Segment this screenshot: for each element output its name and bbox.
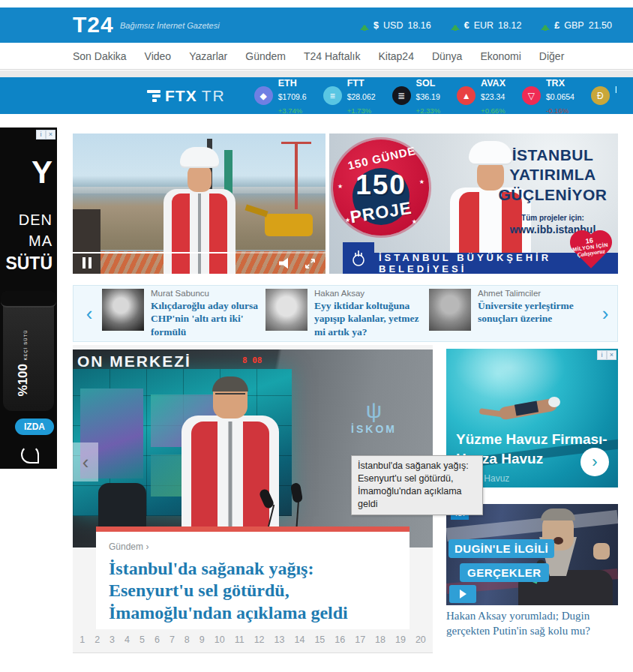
currency-code: GBP — [564, 20, 584, 31]
pagination-number[interactable]: 13 — [274, 634, 285, 645]
currency-symbol: £ — [554, 20, 560, 31]
pagination-number[interactable]: 11 — [235, 634, 244, 645]
dugin-video-card[interactable]: T24 DUGİN'LE İLGİLİ GERÇEKLER — [446, 504, 618, 605]
pagination-number[interactable]: 2 — [94, 634, 100, 645]
ad-choices: i × — [36, 130, 56, 140]
nav-item[interactable]: Gündem — [245, 50, 286, 62]
carousel-prev-icon[interactable]: ‹ — [81, 302, 98, 326]
story-card: Gündem › İstanbul'da sağanak yağış: Esen… — [96, 532, 410, 629]
fullscreen-icon[interactable] — [304, 257, 316, 270]
coin-quote[interactable]: ◆ ETH $1709.6 +3.74% — [254, 77, 307, 114]
coin-quote[interactable]: ≣ SOL $36.19 +2.33% — [392, 77, 441, 114]
nav-item[interactable]: Video — [145, 50, 172, 62]
coin-icon: ≣ — [392, 86, 411, 105]
pagination-number[interactable]: 14 — [294, 634, 304, 645]
ad-headline-line: GÜÇLENİYOR — [494, 185, 612, 205]
story-category[interactable]: Gündem › — [109, 542, 398, 552]
nav-item[interactable]: T24 Haftalık — [304, 50, 360, 62]
nav-item[interactable]: Yazarlar — [189, 50, 227, 62]
pagination-number[interactable]: 5 — [140, 634, 145, 645]
coin-name: DOGE — [615, 85, 616, 95]
pagination-number[interactable]: 4 — [124, 634, 130, 645]
pagination-number[interactable]: 19 — [395, 634, 406, 645]
swim-ad-arrow-button[interactable]: › — [580, 448, 609, 476]
dugin-caption[interactable]: Hakan Aksay yorumladı; Dugin gerçekten P… — [446, 609, 618, 638]
carousel-next-icon[interactable]: › — [597, 302, 614, 326]
dugin-overlay-title: DUGİN'LE İLGİLİ — [448, 539, 554, 558]
ad-goatmilk-label: KEÇİ SÜTÜ — [24, 330, 28, 361]
pagination-number[interactable]: 8 — [184, 634, 190, 645]
nav-item[interactable]: Kitap24 — [378, 50, 413, 62]
author-card[interactable]: Ahmet Talimciler Üniversite yerleştirme … — [429, 289, 592, 339]
ad-info-icon[interactable]: i — [597, 350, 607, 360]
author-article-title[interactable]: Kılıçdaroğlu aday olursa CHP'nin 'altı a… — [151, 299, 266, 339]
author-photo — [429, 289, 471, 331]
story-card-accent — [96, 526, 410, 532]
ad-info-icon[interactable]: i — [36, 130, 46, 140]
left-skyscraper-ad[interactable]: i × Y DEN MA SÜTÜ %100 KEÇİ SÜTÜ IZDA — [0, 128, 57, 469]
video-progress-bar[interactable] — [73, 252, 326, 254]
ad-close-icon[interactable]: × — [607, 350, 616, 360]
coin-price: $28.062 — [347, 92, 376, 101]
story-headline[interactable]: İstanbul'da sağanak yağış: Esenyurt'u se… — [109, 558, 398, 624]
pagination-number[interactable]: 18 — [375, 634, 386, 645]
pagination-number[interactable]: 3 — [110, 634, 115, 645]
coin-name: FTT — [347, 78, 364, 88]
ad-pill-fragment: IZDA — [15, 418, 54, 435]
ftx-brand: FTX — [165, 87, 197, 105]
pagination-number[interactable]: 6 — [154, 634, 160, 645]
pagination-number[interactable]: 16 — [334, 634, 345, 645]
coin-name: ETH — [278, 78, 297, 88]
story-tooltip: İstanbul'da sağanak yağış: Esenyurt'u se… — [351, 455, 483, 515]
currency-value: 18.16 — [407, 20, 430, 31]
pagination-number[interactable]: 10 — [214, 634, 225, 645]
ibb-ad-banner[interactable]: ★ ★ ★ ★ 150 GÜNDE 150 PROJE İSTANBUL YAT… — [329, 134, 618, 274]
pagination-number[interactable]: 12 — [254, 634, 265, 645]
play-icon[interactable] — [449, 585, 476, 603]
coin-quote[interactable]: ▲ AVAX $23.34 +0.66% — [457, 77, 506, 114]
nav-item[interactable]: Son Dakika — [73, 50, 127, 62]
swimmer-cap — [548, 397, 560, 407]
pagination-number[interactable]: 15 — [314, 634, 325, 645]
led-clock: 8 08 — [242, 356, 262, 365]
nav-item[interactable]: Dünya — [432, 50, 462, 62]
rate-up-arrow-icon — [541, 20, 550, 31]
site-tagline: Bağımsız İnternet Gazetesi — [120, 21, 220, 30]
t24-logo[interactable]: T24 — [73, 12, 114, 38]
author-card[interactable]: Murat Sabuncu Kılıçdaroğlu aday olursa C… — [102, 289, 266, 339]
author-card[interactable]: Hakan Aksay Eyy iktidar koltuğuna yapışı… — [266, 289, 429, 339]
main-story-image[interactable]: ON MERKEZİ 8 08 ψ İSKOM ‹ › — [73, 350, 433, 548]
author-article-title[interactable]: Eyy iktidar koltuğuna yapışıp kalanlar, … — [314, 299, 429, 339]
coin-quote[interactable]: ▽ TRX $0.0654 -0.16% — [522, 77, 574, 114]
pagination-number[interactable]: 7 — [170, 634, 175, 645]
coin-icon: ▽ — [522, 86, 541, 105]
nav-item[interactable]: Ekonomi — [480, 50, 520, 62]
nav-item[interactable]: Diğer — [539, 50, 564, 62]
ftx-region: TR — [202, 87, 226, 105]
author-name: Hakan Aksay — [314, 289, 429, 298]
story-pagination: 1 2 3 4 5 6 7 8 9 10 11 12 — [73, 634, 433, 645]
coin-price: $0.0654 — [546, 92, 574, 101]
ftx-bars-icon — [147, 90, 160, 102]
pagination-number[interactable]: 9 — [200, 634, 205, 645]
pagination-number[interactable]: 20 — [416, 634, 426, 645]
ibb-logo-tab — [343, 242, 374, 274]
speaker-figure — [163, 380, 298, 548]
t24-homepage: T24 Bağımsız İnternet Gazetesi $ USD 18.… — [0, 0, 633, 672]
coin-change: +0.66% — [481, 106, 506, 115]
coin-quote[interactable]: Đ DOGE — [591, 82, 616, 110]
coin-quote[interactable]: ≡ FTT $28.062 +1.73% — [323, 77, 376, 114]
currency-rate: € EUR 18.12 — [451, 20, 522, 31]
story-prev-icon[interactable]: ‹ — [73, 442, 98, 482]
author-article-title[interactable]: Üniversite yerleştirme sonuçları üzerine — [478, 299, 592, 326]
pagination-number[interactable]: 1 — [80, 634, 85, 645]
site-header: T24 Bağımsız İnternet Gazetesi $ USD 18.… — [0, 8, 633, 43]
ftx-logo[interactable]: FTX TR — [147, 87, 226, 105]
ad-close-icon[interactable]: × — [46, 130, 56, 140]
pause-icon[interactable] — [82, 257, 92, 268]
swim-ad-title-line: Yüzme Havuz Firması- — [456, 430, 608, 449]
video-player[interactable] — [73, 134, 326, 274]
rate-up-arrow-icon — [451, 20, 460, 31]
ad-percent-label: %100 — [16, 364, 31, 396]
pagination-number[interactable]: 17 — [355, 634, 365, 645]
